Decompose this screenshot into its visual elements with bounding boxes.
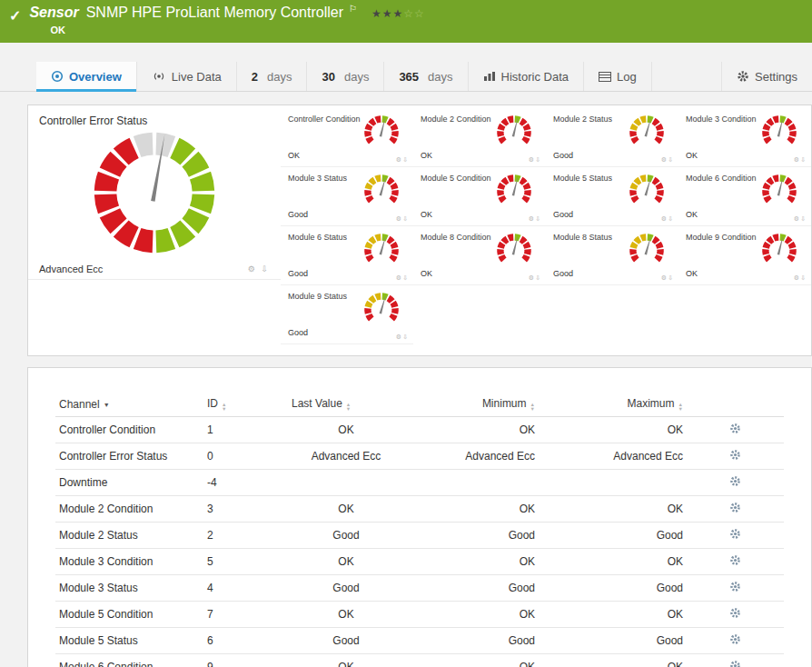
gauge-cell-module-3-status[interactable]: Module 3 Status Good ⚙⇩ xyxy=(281,167,413,226)
tab-overview[interactable]: Overview xyxy=(36,62,137,91)
channel-settings-icon[interactable] xyxy=(729,607,741,622)
priority-stars[interactable]: ★★★☆☆ xyxy=(371,7,425,20)
gauge-options-icons[interactable]: ⚙⇩ xyxy=(794,215,807,223)
gauge-options-icons[interactable]: ⚙⇩ xyxy=(661,156,674,164)
gauge-options-icons[interactable]: ⚙ ⇩ xyxy=(248,264,270,274)
tab-30-days[interactable]: 30days xyxy=(307,62,384,91)
stars-filled: ★★★ xyxy=(371,7,403,20)
gauge-options-icons[interactable]: ⚙⇩ xyxy=(396,156,409,164)
channel-name[interactable]: Module 3 Condition xyxy=(55,549,203,575)
channel-settings-icon[interactable] xyxy=(729,502,741,516)
pin-icon[interactable]: ⇩ xyxy=(800,215,807,222)
channel-name[interactable]: Controller Error Status xyxy=(55,443,203,470)
primary-gauge-title: Controller Error Status xyxy=(39,114,270,127)
channel-minimum: OK xyxy=(404,654,539,667)
gauge-cell-module-8-condition[interactable]: Module 8 Condition OK ⚙⇩ xyxy=(413,226,546,285)
gauge-cell-module-3-condition[interactable]: Module 3 Condition OK ⚙⇩ xyxy=(678,108,811,167)
tab-2-days[interactable]: 2days xyxy=(237,62,308,91)
channel-settings-icon[interactable] xyxy=(729,528,741,543)
pin-icon[interactable]: ⇩ xyxy=(535,274,541,281)
tab-365-days[interactable]: 365days xyxy=(384,62,468,91)
sort-desc-icon[interactable]: ▼ xyxy=(104,402,110,408)
pin-icon[interactable]: ⇩ xyxy=(535,156,541,163)
gauge-options-icons[interactable]: ⚙⇩ xyxy=(794,274,807,282)
channel-settings-icon[interactable] xyxy=(729,660,741,667)
tab-log[interactable]: Log xyxy=(584,62,652,91)
gauge-dial xyxy=(361,291,402,329)
gauge-cell-module-8-status[interactable]: Module 8 Status Good ⚙⇩ xyxy=(546,226,678,285)
tab-live-data[interactable]: Live Data xyxy=(137,62,237,91)
gauge-cell-module-6-condition[interactable]: Module 6 Condition OK ⚙⇩ xyxy=(678,167,811,226)
flag-icon[interactable]: ⚐ xyxy=(349,4,357,14)
table-row: Module 3 Condition 5 OK OK OK xyxy=(55,549,784,575)
gauge-options-icons[interactable]: ⚙⇩ xyxy=(396,215,409,223)
table-row: Module 5 Status 6 Good Good Good xyxy=(55,628,784,654)
gauge-cell-module-2-condition[interactable]: Module 2 Condition OK ⚙⇩ xyxy=(413,108,546,167)
channel-name[interactable]: Module 6 Condition xyxy=(55,654,203,667)
pin-icon[interactable]: ⇩ xyxy=(402,274,409,281)
pin-icon[interactable]: ⇩ xyxy=(402,156,409,163)
gauge-options-icons[interactable]: ⚙⇩ xyxy=(529,156,541,164)
channel-settings-icon[interactable] xyxy=(729,581,741,595)
tab-30-days-label: days xyxy=(344,70,369,84)
channel-name[interactable]: Module 5 Condition xyxy=(55,602,203,628)
channel-maximum: Advanced Ecc xyxy=(539,443,687,470)
pin-icon[interactable]: ⇩ xyxy=(800,156,807,163)
pin-icon[interactable]: ⇩ xyxy=(261,264,270,274)
gauge-options-icons[interactable]: ⚙⇩ xyxy=(529,274,541,282)
gear-icon[interactable]: ⚙ xyxy=(248,264,257,274)
channel-name[interactable]: Module 5 Status xyxy=(55,628,203,654)
channel-name[interactable]: Controller Condition xyxy=(55,417,203,443)
gauge-cell-module-5-condition[interactable]: Module 5 Condition OK ⚙⇩ xyxy=(413,167,546,226)
pin-icon[interactable]: ⇩ xyxy=(535,215,541,222)
channel-id: 0 xyxy=(203,443,288,470)
pin-icon[interactable]: ⇩ xyxy=(402,334,409,340)
gauge-options-icons[interactable]: ⚙⇩ xyxy=(529,215,541,223)
table-row: Controller Error Status 0 Advanced Ecc A… xyxy=(55,443,784,470)
gauge-options-icons[interactable]: ⚙⇩ xyxy=(794,156,807,164)
sort-icon[interactable]: ▲▼ xyxy=(678,403,683,411)
gauge-options-icons[interactable]: ⚙⇩ xyxy=(396,274,409,282)
gauge-options-icons[interactable]: ⚙⇩ xyxy=(661,215,674,223)
pin-icon[interactable]: ⇩ xyxy=(668,274,674,281)
gauge-value: Good xyxy=(288,210,308,219)
gauge-cell-module-6-status[interactable]: Module 6 Status Good ⚙⇩ xyxy=(281,226,413,285)
sensor-status-badge: OK xyxy=(29,25,424,35)
pin-icon[interactable]: ⇩ xyxy=(800,274,807,281)
gauge-dial xyxy=(493,114,535,152)
channel-settings-icon[interactable] xyxy=(729,475,741,490)
tab-settings[interactable]: Settings xyxy=(721,62,812,91)
channel-name[interactable]: Module 3 Status xyxy=(55,575,203,602)
primary-channel-gauge-cell[interactable]: Controller Error Status Advanced Ecc ⚙ ⇩ xyxy=(28,105,281,280)
gauge-cell-module-2-status[interactable]: Module 2 Status Good ⚙⇩ xyxy=(546,108,678,167)
pin-icon[interactable]: ⇩ xyxy=(668,215,674,222)
gauge-cell-module-9-status[interactable]: Module 9 Status Good ⚙⇩ xyxy=(281,285,413,344)
channel-name[interactable]: Module 2 Status xyxy=(55,523,203,549)
channel-settings-icon[interactable] xyxy=(729,554,741,569)
tab-historic-data[interactable]: Historic Data xyxy=(469,62,584,91)
gauge-options-icons[interactable]: ⚙⇩ xyxy=(396,334,409,341)
table-row: Downtime -4 xyxy=(55,470,784,496)
header-channel[interactable]: Channel▼ xyxy=(55,392,203,417)
header-minimum[interactable]: Minimum▲▼ xyxy=(404,392,539,417)
pin-icon[interactable]: ⇩ xyxy=(668,156,674,163)
gauge-cell-controller-condition[interactable]: Controller Condition OK ⚙⇩ xyxy=(281,108,413,167)
gauge-cell-module-9-condition[interactable]: Module 9 Condition OK ⚙⇩ xyxy=(678,226,811,285)
sort-icon[interactable]: ▲▼ xyxy=(530,403,535,411)
channel-settings-icon[interactable] xyxy=(729,633,741,648)
sort-icon[interactable]: ▲▼ xyxy=(222,403,226,411)
header-id[interactable]: ID▲▼ xyxy=(203,392,288,417)
pin-icon[interactable]: ⇩ xyxy=(402,215,409,222)
channel-name[interactable]: Downtime xyxy=(55,470,203,496)
channel-settings-icon[interactable] xyxy=(729,449,741,463)
channel-minimum: OK xyxy=(404,417,539,443)
gauge-title: Module 5 Condition xyxy=(421,174,497,183)
gauge-cell-module-5-status[interactable]: Module 5 Status Good ⚙⇩ xyxy=(546,167,678,226)
sensor-name: SNMP HPE ProLiant Memory Controller xyxy=(86,5,343,21)
channel-settings-icon[interactable] xyxy=(729,423,741,437)
channel-name[interactable]: Module 2 Condition xyxy=(55,496,203,523)
header-maximum[interactable]: Maximum▲▼ xyxy=(539,392,687,417)
gauge-options-icons[interactable]: ⚙⇩ xyxy=(661,274,674,282)
header-last-value[interactable]: Last Value▲▼ xyxy=(288,392,404,417)
sort-icon[interactable]: ▲▼ xyxy=(346,403,351,411)
